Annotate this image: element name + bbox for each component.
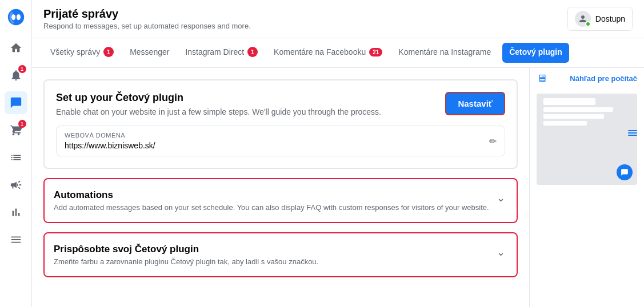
tab-chat-plugin[interactable]: Četový plugin bbox=[502, 43, 569, 63]
tab-facebook-badge: 21 bbox=[369, 48, 382, 56]
automations-title: Automations bbox=[54, 189, 489, 201]
tab-facebook-comments-label: Komentáre na Facebooku bbox=[274, 47, 366, 56]
tab-all-messages[interactable]: Všetky správy 1 bbox=[43, 39, 121, 67]
domain-info: WEBOVÁ DOMÉNA https://www.biznisweb.sk/ bbox=[65, 132, 155, 150]
preview-chat-bubble bbox=[617, 164, 633, 180]
sidebar-item-inbox[interactable] bbox=[5, 91, 27, 114]
page-title: Prijaté správy bbox=[43, 7, 251, 21]
edit-domain-icon[interactable]: ✏ bbox=[489, 136, 497, 147]
tab-instagram-badge: 1 bbox=[247, 47, 258, 57]
sidebar: 1 1 bbox=[0, 0, 32, 307]
preview-header: 🖥 Náhľad pre počítač bbox=[530, 68, 644, 89]
sidebar-item-commerce[interactable]: 1 bbox=[5, 119, 27, 142]
status-avatar bbox=[575, 11, 591, 27]
customize-header: Prispôsobte svoj Četový plugin Zmeňte fa… bbox=[45, 233, 517, 276]
dostupn-button[interactable]: Dostupn bbox=[567, 7, 633, 31]
customize-chevron-icon: ⌄ bbox=[497, 246, 505, 258]
tab-instagram-direct[interactable]: Instagram Direct 1 bbox=[178, 39, 265, 67]
preview-label: Náhľad pre počítač bbox=[570, 74, 637, 83]
tab-messenger[interactable]: Messenger bbox=[123, 39, 176, 66]
main-area: Prijaté správy Respond to messages, set … bbox=[32, 0, 644, 307]
automations-section: Automations Add automated messages based… bbox=[43, 178, 518, 223]
domain-label: WEBOVÁ DOMÉNA bbox=[65, 132, 155, 139]
customize-section: Prispôsobte svoj Četový plugin Zmeňte fa… bbox=[43, 232, 518, 277]
sidebar-item-menu[interactable] bbox=[5, 228, 27, 251]
domain-value: https://www.biznisweb.sk/ bbox=[65, 141, 155, 150]
dostupn-label: Dostupn bbox=[595, 14, 625, 23]
preview-line-1 bbox=[543, 98, 595, 105]
tab-messenger-label: Messenger bbox=[130, 47, 169, 56]
preview-line-3 bbox=[543, 114, 604, 119]
preview-frame bbox=[537, 94, 637, 185]
sidebar-item-home[interactable] bbox=[5, 37, 27, 59]
tab-bar: Všetky správy 1 Messenger Instagram Dire… bbox=[32, 38, 644, 68]
setup-card-title: Set up your Četový plugin bbox=[56, 92, 381, 104]
automations-chevron-icon: ⌄ bbox=[497, 192, 505, 204]
meta-logo bbox=[6, 7, 26, 27]
tab-instagram-comments[interactable]: Komentáre na Instagrame bbox=[391, 39, 498, 66]
automations-description: Add automated messages based on your set… bbox=[54, 203, 489, 212]
page-header: Prijaté správy Respond to messages, set … bbox=[32, 0, 644, 38]
sidebar-item-content[interactable] bbox=[5, 146, 27, 169]
tab-all-messages-label: Všetky správy bbox=[50, 47, 100, 56]
sidebar-item-notifications[interactable]: 1 bbox=[5, 64, 27, 87]
nastavit-button[interactable]: Nastaviť bbox=[445, 92, 505, 115]
right-panel: 🖥 Náhľad pre počítač bbox=[530, 68, 644, 307]
preview-line-4 bbox=[543, 121, 587, 126]
header-text: Prijaté správy Respond to messages, set … bbox=[43, 7, 251, 30]
svg-point-0 bbox=[11, 14, 15, 21]
tab-facebook-comments[interactable]: Komentáre na Facebooku 21 bbox=[267, 39, 389, 66]
preview-line-2 bbox=[543, 107, 613, 112]
tab-all-messages-badge: 1 bbox=[103, 47, 114, 57]
commerce-badge: 1 bbox=[18, 120, 26, 128]
setup-card-header: Set up your Četový plugin Enable chat on… bbox=[56, 92, 505, 116]
sidebar-item-ads[interactable] bbox=[5, 173, 27, 196]
customize-description: Zmeňte farbu a zarovnanie pluginu Četový… bbox=[54, 257, 318, 266]
online-indicator bbox=[585, 21, 591, 27]
automations-toggle-button[interactable]: ⌄ bbox=[494, 189, 507, 207]
preview-right-lines bbox=[628, 130, 637, 136]
customize-text: Prispôsobte svoj Četový plugin Zmeňte fa… bbox=[54, 244, 318, 266]
automations-text: Automations Add automated messages based… bbox=[54, 189, 489, 212]
tab-instagram-comments-label: Komentáre na Instagrame bbox=[398, 47, 491, 56]
svg-point-1 bbox=[16, 14, 20, 21]
monitor-icon: 🖥 bbox=[537, 72, 547, 84]
customize-toggle-button[interactable]: ⌄ bbox=[494, 244, 507, 261]
tab-instagram-direct-label: Instagram Direct bbox=[185, 47, 244, 56]
setup-card-description: Enable chat on your website in just a fe… bbox=[56, 107, 381, 116]
left-panel: Set up your Četový plugin Enable chat on… bbox=[32, 68, 530, 307]
page-subtitle: Respond to messages, set up automated re… bbox=[43, 22, 251, 30]
automations-header: Automations Add automated messages based… bbox=[45, 179, 517, 222]
tab-chat-plugin-label: Četový plugin bbox=[509, 47, 562, 56]
setup-card-text: Set up your Četový plugin Enable chat on… bbox=[56, 92, 381, 116]
notifications-badge: 1 bbox=[18, 65, 26, 73]
customize-title: Prispôsobte svoj Četový plugin bbox=[54, 244, 318, 255]
content-area: Set up your Četový plugin Enable chat on… bbox=[32, 68, 644, 307]
sidebar-item-insights[interactable] bbox=[5, 201, 27, 224]
domain-field: WEBOVÁ DOMÉNA https://www.biznisweb.sk/ … bbox=[56, 126, 505, 156]
setup-card: Set up your Četový plugin Enable chat on… bbox=[43, 79, 518, 169]
